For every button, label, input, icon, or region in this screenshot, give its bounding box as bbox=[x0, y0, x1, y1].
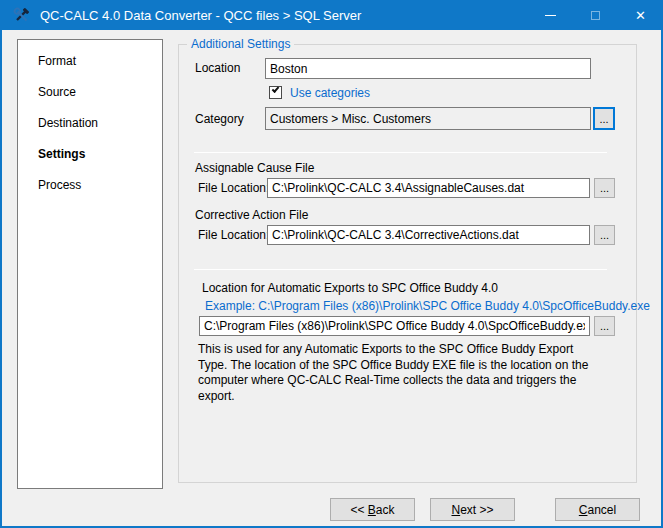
group-title: Additional Settings bbox=[187, 37, 294, 51]
cancel-button[interactable]: Cancel bbox=[555, 498, 640, 521]
window-controls: ✕ bbox=[528, 0, 663, 30]
assignable-browse-button[interactable]: ... bbox=[594, 178, 615, 198]
window-title: QC-CALC 4.0 Data Converter - QCC files >… bbox=[40, 8, 361, 23]
sidebar-item-process[interactable]: Process bbox=[38, 178, 162, 209]
separator bbox=[194, 152, 607, 153]
location-input[interactable] bbox=[265, 58, 591, 79]
wizard-step-list: Format Source Destination Settings Proce… bbox=[17, 39, 163, 489]
category-label: Category bbox=[195, 112, 244, 126]
checkmark-icon bbox=[272, 85, 280, 93]
minimize-icon bbox=[545, 15, 556, 16]
titlebar: QC-CALC 4.0 Data Converter - QCC files >… bbox=[0, 0, 663, 30]
assignable-file-location-label: File Location: bbox=[198, 181, 269, 195]
cancel-label-accel: C bbox=[579, 503, 588, 517]
corrective-file-location-label: File Location: bbox=[198, 228, 269, 242]
cancel-label-post: ancel bbox=[587, 503, 616, 517]
corrective-browse-button[interactable]: ... bbox=[594, 225, 615, 245]
assignable-file-input[interactable] bbox=[267, 178, 590, 198]
spc-buddy-path-input[interactable] bbox=[199, 316, 590, 336]
spc-buddy-title: Location for Automatic Exports to SPC Of… bbox=[202, 281, 498, 295]
sidebar-item-format[interactable]: Format bbox=[38, 54, 162, 85]
sidebar-item-source[interactable]: Source bbox=[38, 85, 162, 116]
close-button[interactable]: ✕ bbox=[618, 0, 663, 30]
spc-buddy-description: This is used for any Automatic Exports t… bbox=[198, 342, 598, 404]
dialog-window: QC-CALC 4.0 Data Converter - QCC files >… bbox=[0, 0, 663, 528]
sidebar-item-destination[interactable]: Destination bbox=[38, 116, 162, 147]
next-button[interactable]: Next >> bbox=[430, 498, 515, 521]
category-field bbox=[265, 107, 591, 130]
next-label-accel: N bbox=[451, 503, 460, 517]
corrective-action-title: Corrective Action File bbox=[195, 208, 308, 222]
close-icon: ✕ bbox=[635, 9, 646, 22]
next-label-post: ext >> bbox=[460, 503, 493, 517]
back-label-accel: B bbox=[368, 503, 376, 517]
separator bbox=[194, 269, 607, 270]
category-browse-button[interactable]: ... bbox=[593, 107, 615, 130]
sidebar-item-settings[interactable]: Settings bbox=[38, 147, 162, 178]
minimize-button[interactable] bbox=[528, 0, 573, 30]
back-label-post: ack bbox=[376, 503, 395, 517]
back-label-pre: << bbox=[350, 503, 367, 517]
app-icon bbox=[12, 6, 31, 25]
corrective-file-input[interactable] bbox=[267, 225, 590, 245]
maximize-icon bbox=[591, 11, 600, 20]
use-categories-label: Use categories bbox=[290, 86, 370, 100]
spc-buddy-browse-button[interactable]: ... bbox=[594, 316, 615, 336]
assignable-cause-title: Assignable Cause File bbox=[195, 161, 314, 175]
back-button[interactable]: << Back bbox=[330, 498, 415, 521]
use-categories-checkbox[interactable] bbox=[269, 86, 282, 99]
location-label: Location bbox=[195, 61, 240, 75]
maximize-button bbox=[573, 0, 618, 30]
spc-buddy-example: Example: C:\Program Files (x86)\Prolink\… bbox=[205, 299, 650, 313]
